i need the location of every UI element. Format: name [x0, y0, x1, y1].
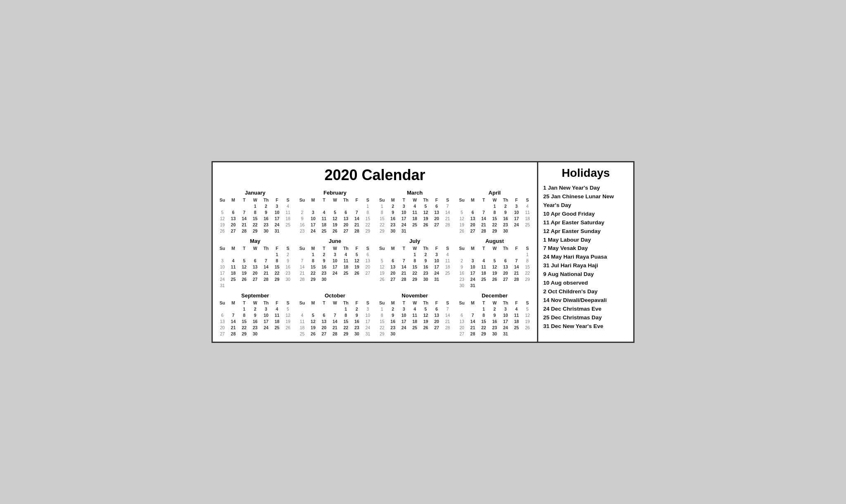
day-cell: 8	[340, 312, 351, 318]
day-cell: 11	[271, 312, 282, 318]
day-cell: 24	[330, 270, 340, 276]
day-cell: 28	[228, 330, 238, 337]
day-cell: 23	[489, 324, 500, 330]
day-cell: 30	[283, 276, 294, 282]
day-cell: 16	[283, 264, 294, 270]
day-cell	[239, 203, 250, 209]
holiday-item: 10 Aug observed	[543, 279, 628, 288]
day-header: Th	[261, 197, 271, 203]
day-cell: 2	[456, 257, 467, 264]
day-cell: 6	[250, 257, 260, 264]
day-cell: 19	[420, 215, 431, 221]
day-header: Su	[377, 197, 387, 203]
day-header: W	[409, 300, 420, 306]
day-cell: 12	[239, 264, 250, 270]
day-cell: 22	[239, 324, 250, 330]
day-cell: 7	[239, 209, 250, 215]
week-row: 12131415161718	[217, 215, 293, 221]
day-cell: 1	[362, 203, 373, 209]
day-cell: 28	[467, 330, 478, 337]
day-cell: 13	[217, 318, 228, 324]
day-cell: 8	[377, 209, 387, 215]
day-cell: 7	[228, 312, 238, 318]
day-cell: 6	[456, 312, 467, 318]
week-row: 2345678	[456, 257, 533, 264]
day-cell: 29	[250, 228, 260, 234]
day-cell: 21	[352, 221, 362, 228]
day-cell: 3	[217, 257, 228, 264]
day-cell: 19	[489, 270, 500, 276]
holiday-item: 11 Apr Easter Saturday	[543, 219, 628, 227]
month-name: March	[377, 190, 453, 196]
day-cell: 2	[352, 306, 362, 312]
day-cell: 9	[387, 209, 398, 215]
day-cell: 9	[500, 209, 511, 215]
day-header: S	[442, 245, 453, 251]
day-cell: 23	[297, 228, 307, 234]
day-cell: 25	[340, 270, 351, 276]
day-cell: 27	[340, 228, 351, 234]
day-cell: 1	[308, 251, 318, 257]
day-cell: 23	[420, 270, 431, 276]
day-cell: 26	[489, 276, 500, 282]
day-cell: 20	[250, 270, 260, 276]
week-row: 567891011	[377, 257, 453, 264]
day-header: M	[308, 300, 318, 306]
day-cell: 19	[283, 318, 294, 324]
holiday-item: 1 May Labour Day	[543, 236, 628, 245]
day-cell: 31	[271, 228, 282, 234]
day-cell	[431, 228, 442, 234]
day-cell: 8	[478, 312, 489, 318]
day-header: S	[442, 300, 453, 306]
day-cell: 16	[318, 264, 329, 270]
day-cell	[456, 306, 467, 312]
day-cell: 21	[228, 324, 238, 330]
day-cell: 27	[387, 276, 398, 282]
day-cell: 5	[283, 306, 294, 312]
day-cell: 11	[297, 318, 307, 324]
day-cell: 10	[362, 312, 373, 318]
day-cell: 23	[500, 221, 511, 228]
day-header: W	[250, 245, 260, 251]
day-header: Su	[297, 197, 307, 203]
week-row: 1234	[377, 251, 453, 257]
day-cell: 7	[478, 209, 489, 215]
day-header: M	[387, 300, 398, 306]
day-cell: 5	[239, 257, 250, 264]
day-cell: 25	[442, 270, 453, 276]
day-cell	[409, 330, 420, 337]
day-cell: 5	[377, 257, 387, 264]
day-cell	[489, 251, 500, 257]
month-name: January	[217, 190, 293, 196]
holidays-list: 1 Jan New Year's Day25 Jan Chinese Lunar…	[543, 184, 628, 331]
day-cell: 22	[478, 324, 489, 330]
day-cell: 21	[261, 270, 271, 276]
week-row: 20212223242526	[456, 324, 533, 330]
day-cell: 25	[478, 276, 489, 282]
day-cell: 21	[442, 215, 453, 221]
day-cell: 15	[239, 318, 250, 324]
day-header: M	[467, 197, 478, 203]
day-cell: 29	[489, 228, 500, 234]
day-cell: 20	[217, 324, 228, 330]
day-cell: 7	[442, 306, 453, 312]
day-cell	[456, 203, 467, 209]
day-cell: 7	[467, 312, 478, 318]
week-row: 27282930	[217, 330, 293, 337]
day-cell: 10	[511, 209, 522, 215]
day-cell: 22	[409, 270, 420, 276]
day-cell: 22	[489, 221, 500, 228]
day-cell: 12	[308, 318, 318, 324]
day-cell	[340, 276, 351, 282]
month-block-september: SeptemberSuMTWThFS1234567891011121314151…	[216, 292, 294, 338]
week-row: 9101112131415	[297, 215, 373, 221]
week-row: 21222324252627	[297, 270, 373, 276]
day-cell: 14	[478, 215, 489, 221]
month-block-january: JanuarySuMTWThFS123456789101112131415161…	[216, 189, 294, 235]
week-row: 15161718192021	[377, 318, 453, 324]
day-header: S	[283, 300, 294, 306]
day-header: Th	[340, 300, 351, 306]
day-cell	[261, 251, 271, 257]
day-cell	[352, 203, 362, 209]
month-name: May	[217, 238, 293, 244]
